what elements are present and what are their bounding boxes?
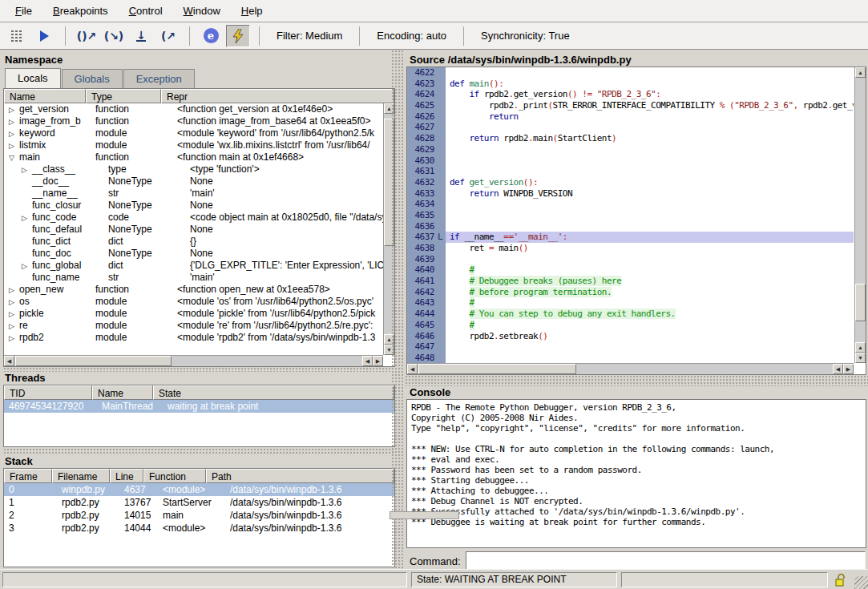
source-line[interactable]: 4637Lif __name__=='__main__': [407, 232, 854, 243]
source-line[interactable]: 4638 ret = main() [407, 243, 854, 254]
scroll-right-icon[interactable]: ▶ [373, 356, 383, 366]
stack-row[interactable]: 0winpdb.py4637<module>/data/sys/bin/winp… [4, 483, 394, 496]
tab-globals[interactable]: Globals [62, 69, 123, 88]
horizontal-splitter[interactable] [405, 375, 868, 386]
expand-icon[interactable]: ▷ [22, 212, 32, 224]
expand-icon[interactable]: ▷ [9, 297, 19, 308]
source-line[interactable]: 4640 # [407, 264, 854, 276]
column-header-path[interactable]: Path [206, 469, 394, 483]
namespace-row[interactable]: func_namestr'main' [4, 272, 394, 284]
column-header-line[interactable]: Line [110, 469, 143, 483]
stack-row[interactable]: 2rpdb2.py14015main/data/sys/bin/winpdb-1… [4, 509, 394, 522]
scroll-up-icon[interactable]: ▲ [855, 67, 866, 78]
scroll-thumb[interactable] [15, 356, 172, 366]
source-vscrollbar[interactable]: ▲ ▲ ▼ [854, 67, 866, 363]
stack-row[interactable]: 3rpdb2.py14044<module>/data/sys/bin/winp… [4, 522, 394, 535]
source-line[interactable]: 4643 # [407, 297, 854, 309]
source-line[interactable]: 4625 rpdb2._print(STR_ERROR_INTERFACE_CO… [407, 100, 854, 111]
splitter-handle[interactable] [390, 511, 459, 519]
stack-row[interactable]: 1rpdb2.py13767StartServer/data/sys/bin/w… [4, 496, 394, 509]
source-line[interactable]: 4635 [407, 210, 854, 221]
namespace-row[interactable]: func_closurNoneTypeNone [4, 200, 394, 212]
source-line[interactable]: 4624 if rpdb2.get_version() != "RPDB_2_3… [407, 89, 854, 100]
namespace-row[interactable]: ▷func_codecode<code object main at 0x180… [4, 212, 394, 224]
source-line[interactable]: 4626 return [407, 111, 854, 123]
namespace-row[interactable]: ▷picklemodule<module 'pickle' from '/usr… [4, 308, 394, 320]
source-line[interactable]: 4628 return rpdb2.main(StartClient) [407, 133, 854, 144]
namespace-row[interactable]: ▷ [4, 344, 394, 345]
column-header-name[interactable]: Name [4, 89, 86, 103]
namespace-row[interactable]: ▷func_globaldict{'DLG_EXPR_TITLE': 'Ente… [4, 260, 394, 272]
expand-icon[interactable]: ▷ [9, 140, 19, 151]
namespace-row[interactable]: ▽mainfunction<function main at 0x1ef4668… [4, 151, 394, 163]
source-hscrollbar[interactable]: ◀ ◀ ▶ [407, 363, 854, 374]
expand-icon[interactable]: ▷ [9, 345, 19, 345]
menu-item-help[interactable]: Help [231, 1, 273, 21]
scroll-thumb[interactable] [855, 284, 866, 321]
expand-icon[interactable]: ▷ [9, 128, 19, 139]
column-header-tid[interactable]: TID [4, 385, 92, 400]
expand-icon[interactable]: ▷ [9, 116, 19, 127]
source-line[interactable]: 4623def main(): [407, 79, 854, 90]
menu-item-breakpoints[interactable]: Breakpoints [42, 1, 119, 21]
scroll-left-icon[interactable]: ◀ [362, 356, 373, 366]
namespace-row[interactable]: ▷open_newfunction<function open_new at 0… [4, 284, 394, 296]
collapse-icon[interactable]: ▽ [9, 152, 19, 163]
column-header-name[interactable]: Name [92, 385, 153, 400]
thread-row[interactable]: 46974534127920MainThreadwaiting at break… [4, 400, 394, 413]
namespace-row[interactable]: ▷rpdb2module<module 'rpdb2' from '/data/… [4, 332, 394, 344]
goto-button[interactable]: (↗ [156, 25, 180, 47]
tab-locals[interactable]: Locals [5, 68, 61, 89]
source-line[interactable]: 4641 # Debuggee breaks (pauses) here [407, 276, 854, 287]
step-button[interactable]: (↘) [102, 25, 126, 47]
expand-icon[interactable]: ▷ [9, 309, 19, 320]
source-line[interactable]: 4634 [407, 199, 854, 210]
column-header-frame[interactable]: Frame [4, 469, 52, 483]
command-input[interactable] [466, 551, 866, 571]
menu-item-control[interactable]: Control [119, 1, 173, 21]
menu-item-window[interactable]: Window [173, 1, 231, 21]
scroll-thumb[interactable] [418, 364, 576, 374]
source-line[interactable]: 4633 return WINPDB_VERSION [407, 188, 854, 200]
source-line[interactable]: 4632def get_version(): [407, 177, 854, 188]
scroll-left-icon[interactable]: ◀ [833, 364, 843, 374]
source-line[interactable]: 4630 [407, 155, 854, 167]
namespace-row[interactable]: func_dictdict{} [4, 236, 394, 248]
scroll-left-icon[interactable]: ◀ [407, 364, 418, 374]
source-line[interactable]: 4636 [407, 221, 854, 232]
scroll-left-icon[interactable]: ◀ [4, 356, 14, 366]
scroll-right-icon[interactable]: ▶ [843, 364, 854, 374]
synchronicity-toggle-button[interactable] [226, 25, 250, 47]
namespace-row[interactable]: ▷osmodule<module 'os' from '/usr/lib64/p… [4, 296, 394, 308]
namespace-hscrollbar[interactable]: ◀ ◀ ▶ [4, 355, 383, 366]
column-header-type[interactable]: Type [86, 89, 161, 103]
scroll-track[interactable] [418, 364, 833, 374]
encoding-toggle-button[interactable]: e [199, 25, 223, 47]
namespace-row[interactable]: __doc__NoneTypeNone [4, 175, 394, 188]
expand-icon[interactable]: ▷ [22, 164, 32, 175]
source-line[interactable]: 4644 # You can step to debug any exit ha… [407, 309, 854, 320]
resize-grip-icon[interactable] [854, 576, 868, 589]
expand-icon[interactable]: ▷ [22, 260, 32, 272]
source-line[interactable]: 4629 [407, 144, 854, 155]
source-line[interactable]: 4627 [407, 122, 854, 133]
namespace-row[interactable]: ▷remodule<module 're' from '/usr/lib64/p… [4, 320, 394, 332]
menu-item-file[interactable]: File [5, 1, 42, 21]
expand-icon[interactable]: ▷ [9, 284, 19, 296]
namespace-row[interactable]: ▷listmixmodule<module 'wx.lib.mixins.lis… [4, 139, 394, 151]
namespace-row[interactable]: func_docNoneTypeNone [4, 248, 394, 260]
scroll-track[interactable] [14, 356, 362, 366]
source-line[interactable]: 4642 # before program termination. [407, 287, 854, 298]
column-header-repr[interactable]: Repr [161, 89, 394, 103]
break-button[interactable] [5, 25, 29, 47]
source-line[interactable]: 4622 [407, 67, 854, 79]
source-line[interactable]: 4647 [407, 341, 854, 353]
vertical-splitter[interactable] [391, 50, 405, 569]
namespace-row[interactable]: func_defaulNoneTypeNone [4, 224, 394, 236]
namespace-row[interactable]: ▷get_versionfunction<function get_versio… [4, 103, 394, 115]
source-line[interactable]: 4648 [407, 353, 854, 363]
scroll-track[interactable] [855, 78, 866, 342]
expand-icon[interactable]: ▷ [9, 104, 19, 115]
column-header-filename[interactable]: Filename [52, 469, 110, 483]
column-header-function[interactable]: Function [143, 469, 206, 483]
